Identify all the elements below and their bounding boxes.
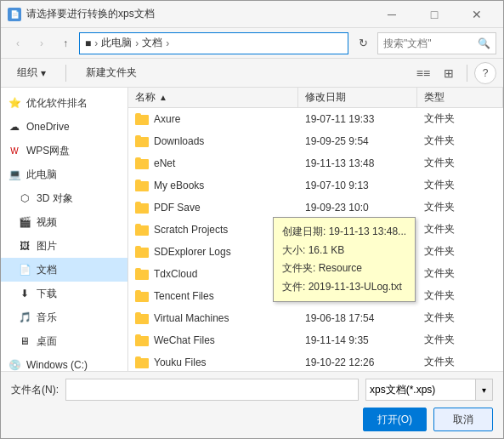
drive-c-icon: 💿 [8,358,21,371]
file-date: 19-09-25 9:54 [298,135,417,147]
folder-icon [135,224,149,236]
filename-input[interactable] [65,379,359,401]
view-toggle-button[interactable]: ≡≡ [412,62,434,84]
file-name: My eBooks [154,180,204,191]
folder-icon [135,312,149,324]
sidebar-label-desktop: 桌面 [37,334,57,349]
toolbar: 组织 ▾ 新建文件夹 ≡≡ ⊞ ? [1,59,503,88]
search-icon[interactable]: 🔍 [478,37,490,49]
sidebar-label-video: 视频 [37,215,57,230]
new-folder-button[interactable]: 新建文件夹 [76,62,146,84]
file-list: Axure 19-07-11 19:33 文件夹 Downloads 19-09… [128,108,503,371]
path-sep-1: › [94,37,98,49]
image-icon: 🖼 [18,239,31,253]
file-date: 19-09-23 10:0 [298,202,417,214]
table-row[interactable]: Downloads 19-09-25 9:54 文件夹 [128,130,503,152]
table-row[interactable]: Virtual Machines 19-06-18 17:54 文件夹 [128,307,503,329]
sidebar-item-wps[interactable]: W WPS网盘 [1,139,127,162]
window-title: 请选择要进行转换的xps文档 [26,7,155,21]
toolbar-right: ≡≡ ⊞ ? [412,62,496,84]
filetype-dropdown-arrow[interactable]: ▾ [476,379,493,401]
table-row[interactable]: eNet 19-11-13 13:48 文件夹 [128,152,503,174]
folder-icon [135,268,149,280]
file-name: WeChat Files [154,334,215,346]
file-type: 文件夹 [417,178,503,192]
filename-label: 文件名(N): [11,383,59,397]
sidebar-item-music[interactable]: 🎵 音乐 [1,305,127,329]
sidebar-item-onedrive[interactable]: ☁ OneDrive [1,115,127,139]
sidebar-label-optimize: 优化软件排名 [26,96,88,111]
path-docs: 文档 [142,36,162,50]
file-name: Youku Files [154,356,207,368]
toolbar-separator [65,65,66,82]
sort-arrow-icon: ▲ [159,93,167,102]
file-tooltip: 创建日期: 19-11-13 13:48...大小: 16.1 KB文件夹: R… [273,217,416,302]
file-name: Downloads [154,135,204,147]
sidebar-item-desktop[interactable]: 🖥 桌面 [1,329,127,353]
maximize-button[interactable]: □ [415,1,454,28]
forward-button[interactable]: › [31,33,52,54]
table-row[interactable]: Youku Files 19-10-22 12:26 文件夹 [128,351,503,371]
filetype-select[interactable]: xps文档(*.xps) [365,379,476,401]
sidebar-item-pc[interactable]: 💻 此电脑 [1,162,127,186]
file-name: Scratch Projects [154,224,228,236]
col-type-label: 类型 [424,90,445,105]
col-header-name[interactable]: 名称 ▲ [128,88,298,107]
help-button[interactable]: ? [474,62,496,84]
file-type: 文件夹 [417,156,503,170]
table-row[interactable]: My eBooks 19-07-10 9:13 文件夹 [128,174,503,197]
table-row[interactable]: PDF Save 19-09-23 10:0 文件夹 [128,197,503,219]
sidebar-item-images[interactable]: 🖼 图片 [1,234,127,258]
filename-row: 文件名(N): xps文档(*.xps) ▾ [11,379,493,401]
organize-button[interactable]: 组织 ▾ [8,62,55,84]
up-button[interactable]: ↑ [55,33,76,54]
view-grid-button[interactable]: ⊞ [438,62,460,84]
back-button[interactable]: ‹ [8,33,28,54]
col-header-date[interactable]: 修改日期 [298,88,417,107]
file-name: TdxCloud [154,268,197,280]
title-controls: ─ □ ✕ [372,1,496,28]
folder-icon [135,334,149,346]
title-bar: 📄 请选择要进行转换的xps文档 ─ □ ✕ [1,1,503,28]
tooltip-line: 文件: 2019-11-13-ULog.txt [282,278,406,297]
file-name: Tencent Files [154,290,214,302]
path-root: ■ [85,37,91,49]
table-row[interactable]: WeChat Files 19-11-14 9:35 文件夹 [128,329,503,351]
close-button[interactable]: ✕ [457,1,496,28]
sidebar-item-docs[interactable]: 📄 文档 [1,258,127,282]
folder-icon [135,135,149,147]
sidebar-item-optimize[interactable]: ⭐ 优化软件排名 [1,91,127,115]
file-date: 19-11-14 9:35 [298,334,417,346]
sidebar-label-wps: WPS网盘 [26,144,70,158]
search-box[interactable]: 🔍 [377,32,496,54]
pc-icon: 💻 [8,168,21,181]
sidebar-item-downloads[interactable]: ⬇ 下载 [1,282,127,305]
sidebar-item-3d[interactable]: ⬡ 3D 对象 [1,186,127,210]
address-path[interactable]: ■ › 此电脑 › 文档 › [79,32,348,54]
table-row[interactable]: Axure 19-07-11 19:33 文件夹 [128,108,503,130]
search-input[interactable] [383,37,474,49]
cancel-button[interactable]: 取消 [433,408,493,431]
minimize-button[interactable]: ─ [372,1,411,28]
file-type: 文件夹 [417,244,503,259]
path-sep-2: › [135,37,139,49]
title-bar-left: 📄 请选择要进行转换的xps文档 [8,7,155,21]
tooltip-line: 文件夹: Resource [282,259,406,278]
file-date: 19-11-13 13:48 [298,157,417,169]
folder-icon [135,356,149,368]
sidebar-item-video[interactable]: 🎬 视频 [1,210,127,234]
sidebar-item-winc[interactable]: 💿 Windows (C:) [1,353,127,371]
cloud-icon: ☁ [8,120,21,134]
col-header-type[interactable]: 类型 [417,88,503,107]
path-pc: 此电脑 [101,36,132,50]
tooltip-line: 创建日期: 19-11-13 13:48... [282,223,406,242]
open-button[interactable]: 打开(O) [363,408,427,431]
refresh-button[interactable]: ↻ [352,32,374,54]
dialog-window: 📄 请选择要进行转换的xps文档 ─ □ ✕ ‹ › ↑ ■ › 此电脑 › 文… [0,0,504,439]
tooltip-line: 大小: 16.1 KB [282,242,406,260]
sidebar-label-winc: Windows (C:) [26,359,88,371]
app-icon: 📄 [8,8,21,21]
col-date-label: 修改日期 [305,90,346,105]
new-folder-label: 新建文件夹 [86,66,137,80]
file-type: 文件夹 [417,355,503,369]
